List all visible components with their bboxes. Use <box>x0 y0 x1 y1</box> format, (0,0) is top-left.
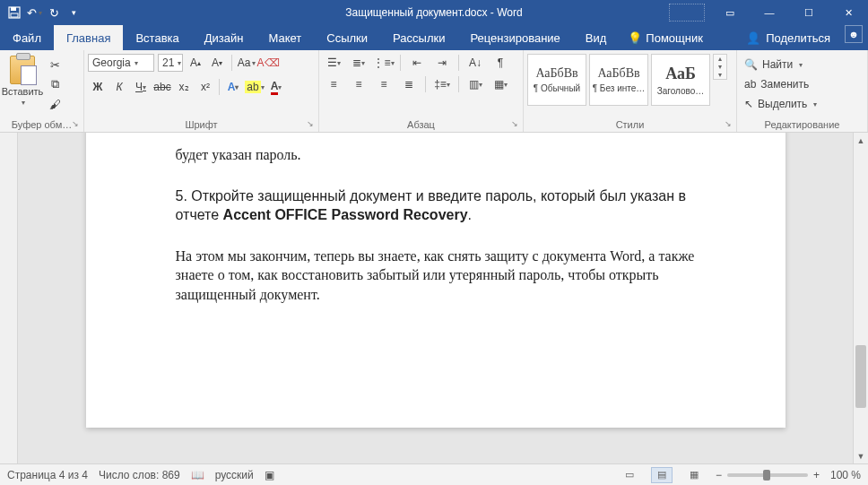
close-icon[interactable]: ✕ <box>829 0 868 25</box>
zoom-in-button[interactable]: + <box>813 469 820 481</box>
minimize-icon[interactable]: — <box>750 0 789 25</box>
share-button[interactable]: 👤 Поделиться <box>737 25 839 50</box>
body-text[interactable]: будет указан пароль. <box>176 138 696 165</box>
scroll-up-icon[interactable]: ▲ <box>854 133 868 148</box>
tell-me[interactable]: 💡 Помощник <box>619 25 712 50</box>
vertical-ruler[interactable] <box>0 133 18 463</box>
scroll-down-icon[interactable]: ▾ <box>714 63 726 71</box>
replace-button[interactable]: abЗаменить <box>741 75 820 93</box>
tell-me-label: Помощник <box>646 31 703 45</box>
find-button[interactable]: 🔍Найти▾ <box>741 56 820 74</box>
highlight-button[interactable]: ab <box>245 77 265 97</box>
scrollbar-track[interactable] <box>854 148 868 448</box>
zoom-knob[interactable] <box>763 470 770 481</box>
format-painter-button[interactable]: 🖌 <box>45 95 65 113</box>
style-normal[interactable]: АаБбВв ¶ Обычный <box>527 54 586 106</box>
shrink-font-button[interactable]: A▾ <box>208 54 226 72</box>
copy-button[interactable]: ⧉ <box>45 75 65 93</box>
chevron-down-icon[interactable]: ▾ <box>135 59 138 67</box>
style-no-spacing[interactable]: АаБбВв ¶ Без инте… <box>589 54 648 106</box>
scrollbar-thumb[interactable] <box>855 345 866 408</box>
qat-customize-icon[interactable]: ▾ <box>66 5 81 20</box>
redo-icon[interactable]: ↻ <box>47 5 61 20</box>
chevron-down-icon[interactable]: ▾ <box>813 100 817 108</box>
change-case-button[interactable]: Aa▾ <box>238 54 256 72</box>
styles-gallery-more[interactable]: ▴ ▾ ▾ <box>713 54 727 80</box>
strikethrough-button[interactable]: abc <box>152 77 172 97</box>
font-name-combo[interactable]: Georgia▾ <box>88 54 154 72</box>
bullets-button[interactable]: ☰ <box>323 54 344 72</box>
paste-dropdown-icon[interactable]: ▾ <box>22 99 25 107</box>
grow-font-button[interactable]: A▴ <box>187 54 204 72</box>
scroll-down-icon[interactable]: ▼ <box>854 448 868 463</box>
select-button[interactable]: ↖Выделить▾ <box>741 95 820 113</box>
cut-button[interactable]: ✂ <box>45 56 65 74</box>
font-launcher-icon[interactable]: ↘ <box>305 118 316 129</box>
clipboard-launcher-icon[interactable]: ↘ <box>70 118 81 129</box>
chevron-down-icon[interactable]: ▾ <box>799 61 803 69</box>
expand-gallery-icon[interactable]: ▾ <box>714 71 726 79</box>
window-controls: ▭ — ☐ ✕ <box>710 0 868 25</box>
bold-button[interactable]: Ж <box>88 77 108 97</box>
numbering-button[interactable]: ≣ <box>348 54 369 72</box>
increase-indent-button[interactable]: ⇥ <box>431 54 453 72</box>
body-text[interactable]: 5. Откройте защищенный документ и введит… <box>176 186 696 225</box>
undo-icon[interactable]: ↶▾ <box>27 5 41 20</box>
tab-home[interactable]: Главная <box>54 25 123 50</box>
tab-references[interactable]: Ссылки <box>314 25 380 50</box>
word-count[interactable]: Число слов: 869 <box>99 469 180 481</box>
multilevel-list-button[interactable]: ⋮≡ <box>373 54 395 72</box>
web-layout-button[interactable]: ▦ <box>683 467 705 483</box>
tab-view[interactable]: Вид <box>573 25 620 50</box>
sort-button[interactable]: A↓ <box>464 54 486 72</box>
save-icon[interactable] <box>7 5 22 20</box>
shading-button[interactable]: ▥ <box>464 75 486 93</box>
zoom-slider[interactable] <box>727 473 808 477</box>
tab-design[interactable]: Дизайн <box>192 25 256 50</box>
body-text[interactable]: На этом мы закончим, теперь вы знаете, к… <box>176 247 696 305</box>
tab-mailings[interactable]: Рассылки <box>380 25 457 50</box>
style-heading1[interactable]: АаБ Заголово… <box>651 54 710 106</box>
read-mode-button[interactable]: ▭ <box>619 467 640 483</box>
styles-launcher-icon[interactable]: ↘ <box>723 118 733 129</box>
show-marks-button[interactable]: ¶ <box>490 54 511 72</box>
macro-icon[interactable]: ▣ <box>265 469 274 481</box>
maximize-icon[interactable]: ☐ <box>789 0 829 25</box>
clear-formatting-button[interactable]: A⌫ <box>259 54 277 72</box>
subscript-button[interactable]: x₂ <box>174 77 194 97</box>
justify-button[interactable]: ≣ <box>398 75 420 93</box>
align-left-button[interactable]: ≡ <box>323 75 344 93</box>
print-layout-button[interactable]: ▤ <box>651 467 673 483</box>
decrease-indent-button[interactable]: ⇤ <box>406 54 428 72</box>
paste-button[interactable]: Вставить ▾ <box>4 54 41 107</box>
document-page[interactable]: будет указан пароль. 5. Откройте защищен… <box>86 133 786 428</box>
feedback-icon[interactable]: ☻ <box>845 25 863 43</box>
account-placeholder[interactable] <box>669 4 705 22</box>
vertical-scrollbar[interactable]: ▲ ▼ <box>853 133 868 463</box>
tab-insert[interactable]: Вставка <box>123 25 191 50</box>
scroll-up-icon[interactable]: ▴ <box>714 55 726 63</box>
ribbon-display-options-icon[interactable]: ▭ <box>710 0 750 25</box>
page-indicator[interactable]: Страница 4 из 4 <box>7 469 88 481</box>
zoom-out-button[interactable]: − <box>716 469 722 481</box>
document-scroll[interactable]: будет указан пароль. 5. Откройте защищен… <box>18 133 853 463</box>
align-center-button[interactable]: ≡ <box>348 75 369 93</box>
language-indicator[interactable]: русский <box>215 469 254 481</box>
text-effects-button[interactable]: A <box>223 77 243 97</box>
underline-button[interactable]: Ч <box>131 77 151 97</box>
borders-button[interactable]: ▦ <box>490 75 511 93</box>
font-size-combo[interactable]: 21▾ <box>158 54 183 72</box>
paragraph-launcher-icon[interactable]: ↘ <box>509 118 520 129</box>
zoom-control: − + 100 % <box>716 469 861 481</box>
italic-button[interactable]: К <box>109 77 129 97</box>
zoom-level[interactable]: 100 % <box>825 469 861 481</box>
tab-review[interactable]: Рецензирование <box>457 25 572 50</box>
chevron-down-icon[interactable]: ▾ <box>178 59 181 67</box>
line-spacing-button[interactable]: ‡≡ <box>431 75 453 93</box>
tab-file[interactable]: Файл <box>0 25 54 50</box>
spellcheck-icon[interactable]: 📖 <box>191 469 204 481</box>
tab-layout[interactable]: Макет <box>256 25 314 50</box>
align-right-button[interactable]: ≡ <box>373 75 395 93</box>
superscript-button[interactable]: x² <box>195 77 215 97</box>
font-color-button[interactable]: A <box>266 77 286 97</box>
